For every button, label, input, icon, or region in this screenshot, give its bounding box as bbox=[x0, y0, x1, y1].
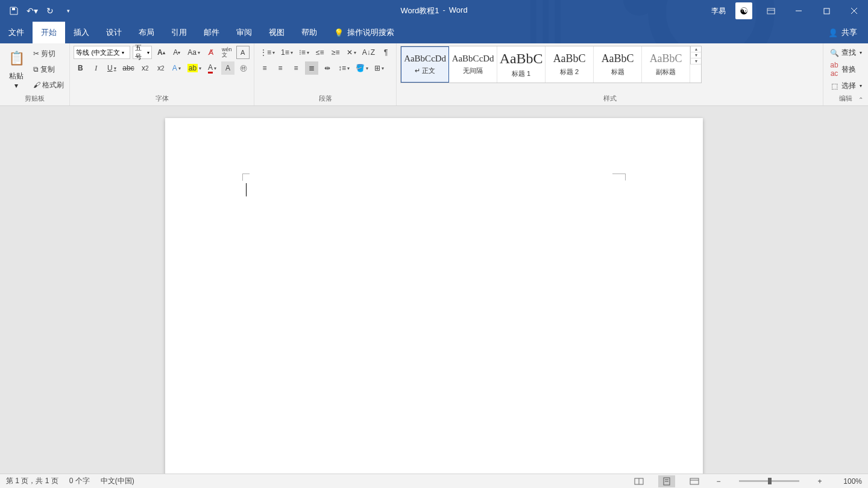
web-layout-button[interactable] bbox=[686, 475, 703, 487]
group-paragraph: ⋮≡▾ 1≡▾ ⁝≡▾ ≤≡ ≥≡ ✕▾ A↓Z ¶ ≡ ≡ ≡ ≣ ⇹ ↕≡▾… bbox=[254, 43, 397, 105]
show-marks-button[interactable]: ¶ bbox=[379, 46, 392, 59]
maximize-button[interactable] bbox=[813, 0, 840, 22]
copy-icon: ⧉ bbox=[33, 65, 39, 74]
svg-rect-6 bbox=[767, 8, 775, 14]
style-expand-icon[interactable]: ▾ bbox=[691, 58, 701, 64]
underline-button[interactable]: U▾ bbox=[105, 61, 118, 75]
borders-button[interactable]: ⊞▾ bbox=[373, 61, 386, 75]
multilevel-list-button[interactable]: ⁝≡▾ bbox=[297, 46, 311, 59]
find-icon: 🔍 bbox=[829, 49, 839, 57]
collapse-ribbon-icon[interactable]: ⌃ bbox=[858, 96, 863, 103]
style-normal[interactable]: AaBbCcDd↵ 正文 bbox=[401, 46, 449, 83]
highlight-button[interactable]: ab▾ bbox=[186, 61, 203, 75]
tab-insert[interactable]: 插入 bbox=[65, 22, 98, 43]
tab-review[interactable]: 审阅 bbox=[228, 22, 260, 43]
zoom-slider[interactable] bbox=[739, 480, 799, 482]
tab-home[interactable]: 开始 bbox=[33, 22, 65, 43]
group-label-styles: 样式 bbox=[400, 92, 819, 105]
tab-references[interactable]: 引用 bbox=[163, 22, 195, 43]
align-right-button[interactable]: ≡ bbox=[289, 61, 303, 75]
app-name: Word bbox=[449, 5, 468, 16]
asian-layout-button[interactable]: ✕▾ bbox=[345, 46, 358, 59]
bold-button[interactable]: B bbox=[74, 61, 87, 75]
svg-rect-5 bbox=[12, 8, 15, 10]
print-layout-button[interactable] bbox=[658, 475, 675, 487]
style-heading2[interactable]: AaBbC标题 2 bbox=[546, 46, 594, 83]
tab-mailings[interactable]: 邮件 bbox=[195, 22, 228, 43]
enclose-characters-button[interactable]: ㊕ bbox=[237, 61, 250, 75]
strikethrough-button[interactable]: abc bbox=[121, 61, 136, 75]
increase-indent-button[interactable]: ≥≡ bbox=[329, 46, 342, 59]
user-avatar[interactable]: ☯ bbox=[735, 2, 752, 19]
shrink-font-button[interactable]: A▾ bbox=[170, 46, 183, 59]
tab-view[interactable]: 视图 bbox=[260, 22, 293, 43]
bullets-button[interactable]: ⋮≡▾ bbox=[258, 46, 277, 59]
paste-button[interactable]: 📋 粘贴 ▾ bbox=[4, 46, 29, 90]
brush-icon: 🖌 bbox=[33, 81, 40, 89]
text-cursor bbox=[246, 183, 247, 196]
format-painter-button[interactable]: 🖌 格式刷 bbox=[31, 78, 66, 92]
superscript-button[interactable]: x2 bbox=[154, 61, 168, 75]
sort-button[interactable]: A↓Z bbox=[360, 46, 377, 59]
customize-qat-icon[interactable]: ▾ bbox=[63, 5, 74, 16]
font-name-combo[interactable]: 等线 (中文正文▾ bbox=[74, 46, 130, 59]
find-button[interactable]: 🔍查找▾ bbox=[827, 47, 864, 58]
clipboard-icon: 📋 bbox=[6, 46, 27, 71]
tab-help[interactable]: 帮助 bbox=[293, 22, 326, 43]
clear-formatting-button[interactable]: A̸ bbox=[204, 46, 218, 59]
select-button[interactable]: ⬚选择▾ bbox=[827, 80, 864, 92]
group-clipboard: 📋 粘贴 ▾ ✂ 剪切 ⧉ 复制 🖌 格式刷 剪贴板 bbox=[0, 43, 70, 105]
justify-button[interactable]: ≣ bbox=[305, 61, 318, 75]
save-icon[interactable] bbox=[8, 5, 19, 16]
window-title: Word教程1 - Word bbox=[400, 5, 467, 16]
document-page[interactable] bbox=[165, 118, 703, 474]
undo-icon[interactable]: ↶▾ bbox=[27, 5, 37, 16]
user-name[interactable]: 李易 bbox=[706, 6, 731, 16]
zoom-level[interactable]: 100% bbox=[835, 477, 862, 486]
document-scroll-area[interactable] bbox=[0, 106, 868, 474]
text-effects-button[interactable]: A▾ bbox=[170, 61, 183, 75]
minimize-button[interactable] bbox=[785, 0, 813, 22]
status-language[interactable]: 中文(中国) bbox=[101, 476, 134, 486]
character-border-button[interactable]: A bbox=[236, 46, 250, 59]
grow-font-button[interactable]: A▴ bbox=[154, 46, 168, 59]
status-page[interactable]: 第 1 页，共 1 页 bbox=[6, 476, 58, 486]
zoom-slider-thumb[interactable] bbox=[768, 478, 772, 484]
replace-button[interactable]: abac替换 bbox=[827, 60, 864, 78]
decrease-indent-button[interactable]: ≤≡ bbox=[313, 46, 327, 59]
style-scroll-down-icon[interactable]: ▾ bbox=[691, 52, 701, 58]
subscript-button[interactable]: x2 bbox=[139, 61, 152, 75]
shading-button[interactable]: 🪣▾ bbox=[354, 61, 370, 75]
font-size-combo[interactable]: 五号▾ bbox=[133, 46, 152, 59]
align-left-button[interactable]: ≡ bbox=[258, 61, 271, 75]
copy-button[interactable]: ⧉ 复制 bbox=[31, 63, 66, 76]
style-subtitle[interactable]: AaBbC副标题 bbox=[642, 46, 690, 83]
line-spacing-button[interactable]: ↕≡▾ bbox=[336, 61, 351, 75]
style-heading1[interactable]: AaBbC标题 1 bbox=[497, 46, 546, 83]
svg-point-4 bbox=[623, 0, 655, 16]
close-button[interactable] bbox=[840, 0, 868, 22]
ribbon-display-options[interactable] bbox=[757, 0, 785, 22]
zoom-out-button[interactable]: − bbox=[714, 477, 723, 486]
change-case-button[interactable]: Aa▾ bbox=[186, 46, 202, 59]
italic-button[interactable]: I bbox=[89, 61, 102, 75]
style-scroll-up-icon[interactable]: ▴ bbox=[691, 46, 701, 52]
distributed-button[interactable]: ⇹ bbox=[321, 61, 334, 75]
tell-me-search[interactable]: 💡 操作说明搜索 bbox=[326, 22, 403, 43]
tab-file[interactable]: 文件 bbox=[0, 22, 33, 43]
redo-icon[interactable]: ↻ bbox=[45, 5, 55, 16]
status-word-count[interactable]: 0 个字 bbox=[69, 476, 90, 486]
zoom-in-button[interactable]: + bbox=[815, 477, 825, 486]
tab-layout[interactable]: 布局 bbox=[130, 22, 163, 43]
tab-design[interactable]: 设计 bbox=[98, 22, 130, 43]
align-center-button[interactable]: ≡ bbox=[274, 61, 287, 75]
share-button[interactable]: 👤 共享 bbox=[817, 22, 868, 43]
numbering-button[interactable]: 1≡▾ bbox=[279, 46, 295, 59]
font-color-button[interactable]: A▾ bbox=[206, 61, 219, 75]
character-shading-button[interactable]: A bbox=[221, 61, 234, 75]
read-mode-button[interactable] bbox=[631, 475, 647, 487]
style-no-spacing[interactable]: AaBbCcDd无间隔 bbox=[449, 46, 497, 83]
phonetic-guide-button[interactable]: wén文 bbox=[220, 46, 234, 59]
cut-button[interactable]: ✂ 剪切 bbox=[31, 47, 66, 60]
style-title[interactable]: AaBbC标题 bbox=[594, 46, 642, 83]
